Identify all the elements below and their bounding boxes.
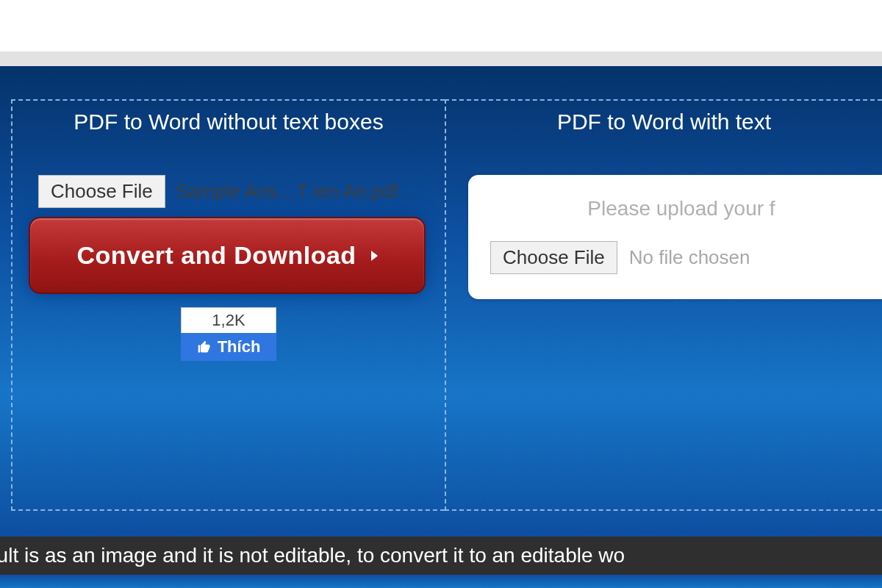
- file-input-row-left: Choose File Sample Ans…T ien An.pdf: [38, 175, 445, 208]
- no-file-chosen-text: No file chosen: [629, 246, 750, 269]
- file-input-row-right: Choose File No file chosen: [490, 241, 872, 274]
- convert-button-label: Convert and Download: [76, 241, 356, 270]
- gap-strip: [0, 51, 882, 66]
- thumbs-up-icon: [197, 340, 212, 354]
- right-column: PDF to Word with text Please upload your…: [445, 99, 882, 511]
- notice-bar: ted result is as an image and it is not …: [0, 537, 882, 575]
- like-button[interactable]: Thích: [181, 333, 276, 361]
- like-button-label: Thích: [218, 337, 261, 356]
- left-title: PDF to Word without text boxes: [12, 110, 445, 135]
- left-column: PDF to Word without text boxes Choose Fi…: [11, 99, 445, 511]
- upload-card: Please upload your f Choose File No file…: [468, 175, 882, 299]
- bottom-strip: [0, 575, 882, 588]
- main-panel: PDF to Word without text boxes Choose Fi…: [0, 66, 882, 537]
- choose-file-button-right[interactable]: Choose File: [490, 241, 617, 274]
- top-bar: [0, 0, 882, 51]
- convert-download-button[interactable]: Convert and Download: [29, 217, 426, 294]
- facebook-like-widget: 1,2K Thích: [181, 307, 276, 361]
- choose-file-button-left[interactable]: Choose File: [38, 175, 165, 208]
- columns: PDF to Word without text boxes Choose Fi…: [11, 99, 882, 511]
- upload-prompt: Please upload your f: [490, 197, 872, 220]
- chevron-right-icon: [371, 251, 378, 261]
- right-title: PDF to Word with text: [446, 110, 882, 135]
- like-count: 1,2K: [181, 307, 276, 333]
- chosen-filename: Sample Ans…T ien An.pdf: [176, 180, 398, 203]
